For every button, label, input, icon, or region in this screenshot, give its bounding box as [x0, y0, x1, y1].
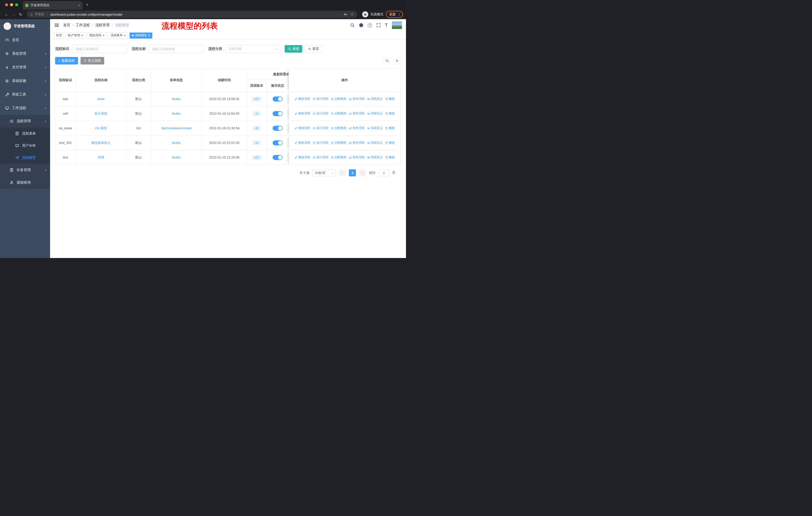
publish-process-link[interactable]: 发布流程	[349, 126, 365, 130]
active-toggle[interactable]	[272, 111, 283, 116]
goto-page-input[interactable]	[379, 169, 389, 176]
sidebar-item-workflow[interactable]: 工作流程 ∧	[0, 101, 50, 115]
tag-process-form[interactable]: 流程表单×	[108, 32, 128, 38]
form-link[interactable]: biubiu	[172, 141, 181, 145]
form-link[interactable]: biubiu	[172, 112, 181, 115]
address-bar[interactable]: ⚠ 不安全 dashboard.yudao.iocoder.cn/bpm/man…	[27, 11, 357, 18]
minimize-window-button[interactable]	[10, 3, 13, 6]
search-icon[interactable]	[350, 23, 355, 27]
sidebar-item-process-management[interactable]: 流程管理 ∧	[0, 115, 50, 128]
breadcrumb-home[interactable]: 首页	[63, 23, 70, 27]
publish-process-link[interactable]: 发布流程	[349, 111, 365, 116]
delete-link[interactable]: 删除	[385, 141, 395, 145]
update-button[interactable]: 更新 ⋮	[386, 11, 403, 18]
process-definition-link[interactable]: 流程定义	[367, 155, 383, 160]
bookmark-star-icon[interactable]: ☆	[351, 12, 354, 17]
process-name-link[interactable]: 测试多审批人	[91, 141, 111, 145]
delete-link[interactable]: 删除	[385, 155, 395, 160]
github-icon[interactable]	[359, 23, 364, 27]
active-toggle[interactable]	[272, 97, 283, 102]
browser-menu-icon[interactable]: ⋮	[398, 12, 401, 17]
sidebar-item-leave-query[interactable]: 请假查询	[0, 176, 50, 189]
sidebar-item-devtools[interactable]: 研发工具 ∨	[0, 88, 50, 101]
process-definition-link[interactable]: 流程定义	[367, 111, 383, 116]
edit-process-link[interactable]: 修改流程	[294, 97, 310, 101]
assign-rule-link[interactable]: 分配规则	[331, 126, 347, 130]
page-size-select[interactable]: 10条/页 ∨	[313, 169, 336, 176]
import-process-button[interactable]: ↥ 导入流程	[81, 57, 104, 64]
form-link[interactable]: biubiu	[172, 97, 181, 101]
edit-process-link[interactable]: 修改流程	[294, 141, 310, 145]
browser-tab[interactable]: 芋道管理系统 ×	[23, 1, 83, 9]
sidebar-item-process-model[interactable]: 流程模型	[0, 152, 50, 164]
design-process-link[interactable]: 设计流程	[313, 97, 328, 101]
process-definition-link[interactable]: 流程定义	[367, 126, 383, 130]
design-process-link[interactable]: 设计流程	[313, 141, 328, 145]
delete-link[interactable]: 删除	[385, 97, 395, 101]
form-link[interactable]: /bpm/oa/leave/create	[161, 126, 192, 130]
password-key-icon[interactable]	[344, 12, 348, 17]
design-process-link[interactable]: 设计流程	[313, 126, 328, 130]
sidebar-item-task-management[interactable]: 任务管理 ∨	[0, 164, 50, 176]
edit-process-link[interactable]: 修改流程	[294, 111, 310, 116]
close-tag-icon[interactable]: ×	[124, 34, 126, 37]
search-button[interactable]: 搜索	[285, 45, 302, 53]
edit-process-link[interactable]: 修改流程	[294, 155, 310, 160]
close-tab-icon[interactable]: ×	[78, 3, 80, 7]
process-definition-link[interactable]: 流程定义	[367, 97, 383, 101]
sidebar-item-home[interactable]: 首页	[0, 33, 50, 47]
active-toggle[interactable]	[272, 155, 283, 160]
active-toggle[interactable]	[272, 140, 283, 145]
toggle-search-button[interactable]	[383, 57, 391, 64]
collapse-sidebar-icon[interactable]	[54, 22, 59, 28]
breadcrumb-workflow[interactable]: 工作流程	[76, 23, 90, 27]
forward-icon[interactable]: →	[10, 11, 17, 18]
close-window-button[interactable]	[5, 3, 8, 6]
publish-process-link[interactable]: 发布流程	[349, 141, 365, 145]
delete-link[interactable]: 删除	[385, 126, 395, 130]
tag-tenant[interactable]: 租户管理×	[66, 32, 86, 38]
close-tag-icon[interactable]: ×	[148, 34, 150, 37]
tag-home[interactable]: 首页	[54, 32, 64, 38]
prev-page-button[interactable]: ‹	[339, 169, 346, 176]
sidebar-item-payment[interactable]: ¥ 支付管理 ∨	[0, 60, 50, 74]
process-name-link[interactable]: OA 请假	[95, 126, 107, 131]
sidebar-item-system[interactable]: ⚙ 系统管理 ∨	[0, 47, 50, 60]
create-process-button[interactable]: + 新建流程	[55, 57, 78, 64]
edit-process-link[interactable]: 修改流程	[294, 126, 310, 130]
process-name-link[interactable]: 滔博	[98, 155, 104, 160]
publish-process-link[interactable]: 发布流程	[349, 97, 365, 101]
process-name-link[interactable]: 自己审批	[94, 111, 108, 116]
refresh-table-button[interactable]: ↻	[394, 57, 401, 64]
sidebar-item-process-form[interactable]: 流程表单	[0, 128, 50, 140]
design-process-link[interactable]: 设计流程	[313, 155, 328, 160]
assign-rule-link[interactable]: 分配规则	[331, 111, 347, 116]
sidebar-item-infra[interactable]: ⊞ 基础设施 ∨	[0, 74, 50, 88]
category-select[interactable]: 流程分类 ∨	[225, 45, 280, 53]
assign-rule-link[interactable]: 分配规则	[331, 155, 347, 160]
help-icon[interactable]: ?	[368, 23, 372, 27]
form-link[interactable]: biubiu	[172, 156, 181, 159]
assign-rule-link[interactable]: 分配规则	[331, 141, 347, 145]
delete-link[interactable]: 删除	[385, 111, 395, 116]
font-size-icon[interactable]: T	[385, 23, 388, 28]
page-number-button[interactable]: 1	[349, 169, 356, 176]
active-toggle[interactable]	[272, 126, 283, 131]
back-icon[interactable]: ←	[3, 11, 10, 18]
reload-icon[interactable]: ↻	[17, 11, 24, 18]
close-tag-icon[interactable]: ×	[81, 34, 83, 37]
maximize-window-button[interactable]	[15, 3, 18, 6]
breadcrumb-process-management[interactable]: 流程管理	[95, 23, 110, 27]
assign-rule-link[interactable]: 分配规则	[331, 97, 347, 101]
user-avatar[interactable]	[392, 21, 402, 29]
fullscreen-icon[interactable]	[376, 23, 381, 27]
new-tab-button[interactable]: +	[84, 1, 91, 8]
process-name-input[interactable]	[149, 45, 204, 53]
reset-button[interactable]: ↻ 重置	[305, 45, 322, 53]
sidebar-item-user-group[interactable]: 用户分组	[0, 140, 50, 152]
process-key-input[interactable]	[72, 45, 127, 53]
process-name-link[interactable]: eeee	[97, 97, 105, 101]
publish-process-link[interactable]: 发布流程	[349, 155, 365, 160]
process-definition-link[interactable]: 流程定义	[367, 141, 383, 145]
security-label[interactable]: 不安全	[35, 12, 45, 17]
